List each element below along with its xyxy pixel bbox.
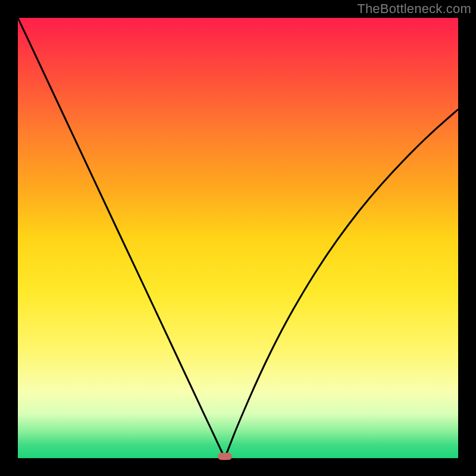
bottleneck-curve — [18, 18, 458, 458]
watermark-text: TheBottleneck.com — [357, 1, 471, 17]
plot-area — [18, 18, 458, 458]
min-marker — [218, 453, 232, 460]
chart-frame: TheBottleneck.com — [0, 0, 476, 476]
curve-path — [18, 18, 458, 456]
